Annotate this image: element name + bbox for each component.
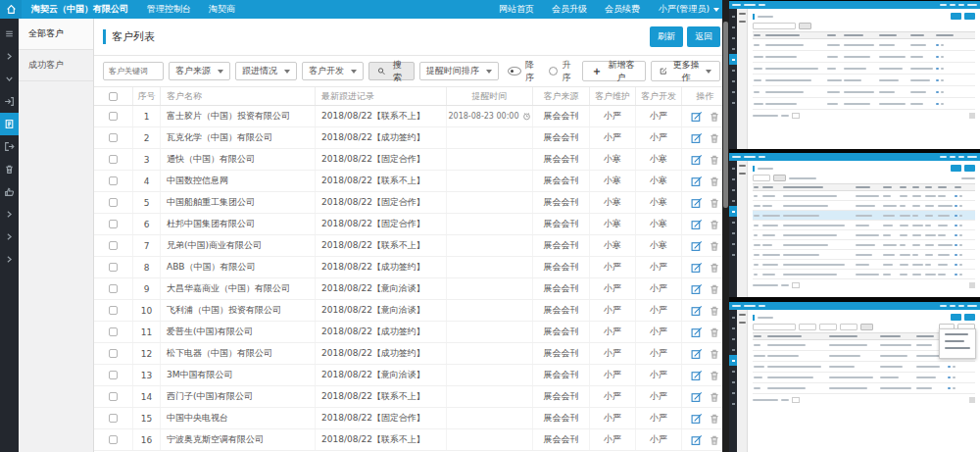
trash-icon[interactable] [709, 111, 720, 123]
seq-cell: 2 [133, 127, 161, 148]
chevron-right-icon[interactable] [0, 248, 19, 271]
row-checkbox[interactable] [109, 198, 118, 207]
trash-icon[interactable] [709, 391, 720, 403]
sign-in-icon[interactable] [0, 90, 19, 113]
skeleton-bar [732, 156, 741, 158]
trash-icon[interactable] [709, 262, 720, 274]
trash-icon[interactable] [709, 197, 720, 209]
trash-icon[interactable] [709, 176, 720, 187]
row-checkbox[interactable] [109, 176, 118, 185]
refresh-button[interactable]: 刷新 [650, 26, 683, 47]
more-actions-button[interactable]: 更多操作 [651, 61, 720, 81]
row-checkbox[interactable] [109, 414, 118, 423]
thumbs-up-icon[interactable] [0, 180, 19, 203]
home-icon[interactable] [0, 0, 22, 19]
row-checkbox[interactable] [109, 349, 118, 358]
row-checkbox[interactable] [109, 133, 118, 142]
edit-icon[interactable] [691, 370, 703, 381]
edit-icon[interactable] [691, 154, 703, 166]
trash-icon[interactable] [709, 434, 720, 446]
edit-icon[interactable] [691, 262, 703, 274]
edit-icon[interactable] [691, 326, 703, 338]
trash-icon[interactable] [709, 283, 720, 295]
select-all-checkbox[interactable] [109, 92, 118, 101]
navbar-right-item-3[interactable]: 会员续费 [596, 0, 649, 19]
screenshot-thumbnail-2[interactable] [729, 153, 980, 297]
edit-icon[interactable] [691, 197, 703, 209]
search-button[interactable]: 搜索 [368, 62, 415, 80]
trash-icon[interactable] [709, 132, 720, 144]
brand-name[interactable]: 淘契云（中国）有限公司 [22, 0, 138, 19]
edit-icon[interactable] [691, 434, 703, 446]
row-checkbox[interactable] [109, 263, 118, 272]
trash-icon[interactable] [709, 240, 720, 252]
back-button[interactable]: 返回 [687, 26, 720, 47]
edit-icon[interactable] [691, 283, 703, 295]
user-menu[interactable]: 小严(管理员) [649, 0, 729, 19]
trash-icon[interactable] [709, 413, 720, 425]
chevron-right-icon[interactable] [0, 226, 19, 248]
header-checkbox-cell [94, 87, 133, 105]
add-customer-button[interactable]: ＋ 新增客户 [582, 61, 645, 81]
navbar-menu-item-1[interactable]: 管理控制台 [138, 0, 200, 19]
row-checkbox[interactable] [109, 371, 118, 379]
scrollbar-thumb[interactable] [723, 22, 728, 208]
keyword-input[interactable] [103, 62, 164, 80]
chevron-right-icon[interactable] [0, 45, 19, 68]
edit-icon[interactable] [691, 413, 703, 425]
sort-desc-radio[interactable]: 降序 [508, 59, 541, 84]
trash-icon[interactable] [709, 326, 720, 338]
trash-icon[interactable] [0, 158, 19, 180]
edit-icon[interactable] [691, 348, 703, 360]
edit-icon[interactable] [691, 132, 703, 144]
row-checkbox[interactable] [109, 306, 118, 315]
screenshot-thumbnail-1[interactable] [729, 1, 980, 149]
skeleton-bar [959, 264, 962, 266]
skeleton-bar [754, 225, 759, 226]
row-checkbox[interactable] [109, 435, 118, 444]
edit-icon[interactable] [691, 305, 703, 317]
row-checkbox-cell [94, 235, 133, 256]
navbar-menu-item-2[interactable]: 淘契商 [200, 0, 244, 19]
sign-out-icon[interactable] [0, 135, 19, 158]
trash-icon[interactable] [709, 348, 720, 360]
skeleton-bar [900, 195, 907, 197]
chevron-down-icon[interactable] [0, 68, 19, 90]
edit-icon[interactable] [691, 176, 703, 187]
trash-icon[interactable] [709, 370, 720, 381]
vertical-scrollbar[interactable] [722, 0, 729, 452]
row-checkbox[interactable] [109, 284, 118, 293]
trash-icon[interactable] [709, 154, 720, 166]
row-checkbox[interactable] [109, 220, 118, 228]
row-checkbox[interactable] [109, 392, 118, 401]
edit-icon[interactable] [691, 219, 703, 230]
navbar-right-item-2[interactable]: 会员升级 [543, 0, 596, 19]
sort-field-select[interactable]: 提醒时间排序 [419, 62, 499, 80]
menu-icon[interactable] [0, 23, 19, 45]
screenshot-thumbnail-3[interactable] [729, 302, 980, 452]
edit-icon[interactable] [691, 391, 703, 403]
thumbnail-rail-icon [729, 217, 737, 227]
row-checkbox[interactable] [109, 327, 118, 336]
row-checkbox-cell [94, 127, 133, 148]
trash-icon[interactable] [709, 219, 720, 230]
chevron-right-icon[interactable] [0, 203, 19, 226]
skeleton-bar [912, 205, 920, 207]
sort-asc-radio[interactable]: 升序 [549, 59, 577, 84]
developer-filter-select[interactable]: 客户开发 [302, 62, 364, 80]
keeper-cell: 小严 [590, 386, 636, 407]
skeleton-bar [936, 103, 939, 105]
subnav-item-2[interactable]: 成功客户 [19, 50, 93, 81]
row-checkbox[interactable] [109, 155, 118, 164]
edit-icon[interactable] [691, 111, 703, 123]
trash-icon[interactable] [709, 305, 720, 317]
source-filter-select[interactable]: 客户来源 [169, 62, 230, 80]
thumbnail-subnav [737, 9, 748, 149]
row-checkbox[interactable] [109, 241, 118, 250]
subnav-item-1[interactable]: 全部客户 [19, 19, 93, 50]
followup-filter-select[interactable]: 跟进情况 [235, 62, 297, 80]
row-checkbox[interactable] [109, 112, 118, 121]
edit-icon[interactable] [691, 240, 703, 252]
navbar-right-item-1[interactable]: 网站首页 [490, 0, 543, 19]
customer-list-icon[interactable] [0, 113, 19, 135]
